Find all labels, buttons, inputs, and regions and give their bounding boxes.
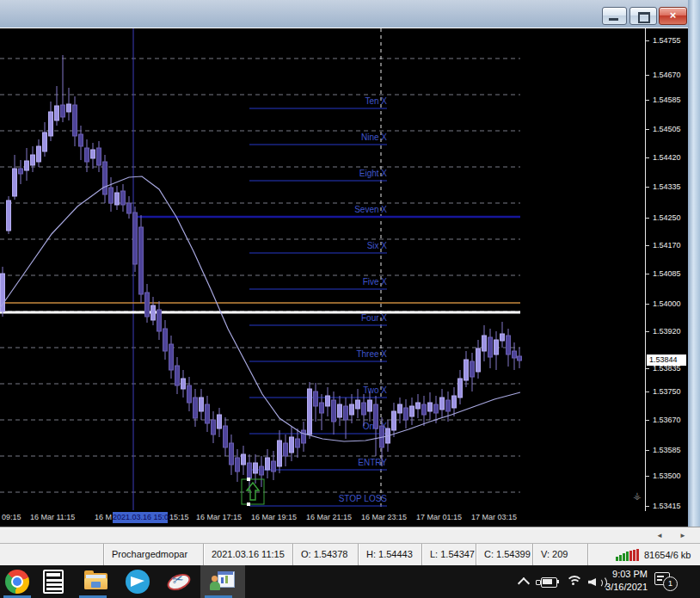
price-label: 1.53920 (653, 327, 681, 336)
time-label: 09:15 (2, 513, 21, 521)
candle (206, 404, 210, 423)
scroll-right-icon[interactable]: ► (677, 530, 689, 541)
candle (440, 398, 445, 410)
traffic-label: 81654/6 kb (644, 545, 691, 565)
candle (254, 463, 258, 473)
status-datetime: 2021.03.16 11:15 (203, 544, 292, 565)
candle (169, 344, 174, 370)
minimize-button[interactable] (602, 7, 627, 25)
level-label: Four X (361, 313, 387, 323)
candle (332, 400, 336, 422)
status-empty (0, 544, 103, 565)
candle (79, 134, 83, 146)
candle (368, 400, 372, 411)
candle (85, 148, 89, 162)
candle (109, 188, 114, 203)
scroll-left-icon[interactable]: ◄ (654, 530, 666, 541)
screen: { "window": { "controls": [ {"icon": "mi… (0, 0, 700, 598)
buy-arrow-icon[interactable] (247, 483, 259, 500)
price-label: 1.54250 (653, 213, 681, 222)
telegram-icon[interactable] (126, 570, 150, 594)
candle (61, 105, 65, 117)
chart-shift-icon: ⚶ (633, 490, 641, 502)
candle (338, 404, 342, 417)
candle (248, 463, 252, 478)
level-label: ENTRY (358, 458, 387, 467)
time-label: 16 M (95, 513, 112, 521)
candle (470, 361, 475, 377)
candle (416, 403, 421, 409)
price-label: 1.54170 (653, 241, 681, 250)
battery-icon[interactable] (541, 577, 557, 588)
price-axis[interactable]: 1.547551.546701.545851.545051.544201.543… (645, 28, 688, 527)
candle (157, 310, 162, 331)
candle (260, 466, 264, 475)
candle (446, 400, 451, 411)
price-tick (646, 331, 649, 332)
candle (193, 398, 198, 418)
file-explorer-icon[interactable] (84, 570, 108, 594)
candle (362, 403, 366, 415)
wifi-icon[interactable] (566, 576, 581, 588)
candle (326, 396, 330, 406)
candle (103, 162, 107, 194)
chevron-up-icon[interactable] (518, 577, 530, 589)
price-label: 1.53750 (653, 387, 681, 396)
candle (175, 366, 180, 385)
chart-plot-area[interactable]: Ten XNine XEight XSeven XSix XFive XFour… (0, 28, 645, 511)
candle (19, 169, 23, 174)
taskbar-clock[interactable]: 9:03 PM 3/16/2021 (598, 568, 648, 594)
candle (350, 404, 354, 415)
candle (513, 351, 517, 358)
price-tick (646, 476, 649, 477)
clock-date: 3/16/2021 (598, 581, 648, 594)
time-axis[interactable]: 2021.03.16 15:0009:1516 Mar 11:1516 M15:… (0, 511, 688, 527)
status-low: L: 1.54347 (421, 544, 476, 565)
notification-badge[interactable]: 1 (663, 576, 678, 591)
time-label: 16 Mar 21:15 (306, 513, 352, 521)
candle (302, 430, 306, 443)
selection-handle[interactable] (247, 502, 250, 506)
candle (236, 458, 240, 472)
time-label: 17 Mar 03:15 (471, 513, 517, 521)
price-label: 1.53415 (653, 502, 681, 510)
status-high: H: 1.54443 (358, 544, 421, 565)
chrome-icon[interactable] (5, 570, 29, 594)
minimize-icon (609, 18, 618, 21)
status-open: O: 1.54378 (292, 544, 358, 565)
candle (422, 404, 427, 415)
price-tick (646, 157, 649, 158)
close-icon: × (670, 9, 677, 22)
horizontal-scrollbar[interactable]: ◄ ► (0, 527, 700, 543)
candle (67, 104, 71, 112)
level-label: STOP LOSS (339, 494, 388, 503)
candle (145, 293, 150, 317)
trading-app-icon[interactable] (210, 570, 234, 594)
current-price-tag: 1.53844 (647, 354, 686, 366)
selected-time-highlight: 2021.03.16 15:00 (113, 512, 168, 523)
candle (187, 385, 192, 403)
price-label: 1.54585 (653, 96, 681, 104)
chart-canvas[interactable]: Ten XNine XEight XSeven XSix XFive XFour… (0, 28, 645, 511)
candle (356, 400, 360, 409)
price-tick (646, 218, 649, 219)
candle (37, 146, 41, 162)
level-label: Nine X (361, 133, 387, 142)
candle (290, 437, 294, 453)
candle (230, 443, 234, 465)
status-traffic: 81654/6 kb (587, 544, 691, 565)
close-button[interactable]: × (659, 7, 687, 25)
level-label: Six X (367, 241, 388, 250)
maximize-button[interactable] (629, 7, 657, 25)
price-label: 1.54335 (653, 182, 681, 191)
price-tick (646, 368, 649, 369)
status-bar: Prochargedmopar 2021.03.16 11:15 O: 1.54… (0, 543, 700, 565)
status-volume: V: 209 (532, 544, 587, 565)
calculator-icon[interactable] (43, 570, 64, 594)
window-titlebar[interactable]: × (0, 0, 700, 28)
selection-handle[interactable] (247, 478, 250, 481)
candle (488, 337, 493, 357)
time-label: 16 Mar 23:15 (361, 513, 407, 521)
snipping-tool-icon[interactable]: ✂ (167, 570, 191, 594)
price-tick (646, 420, 649, 421)
